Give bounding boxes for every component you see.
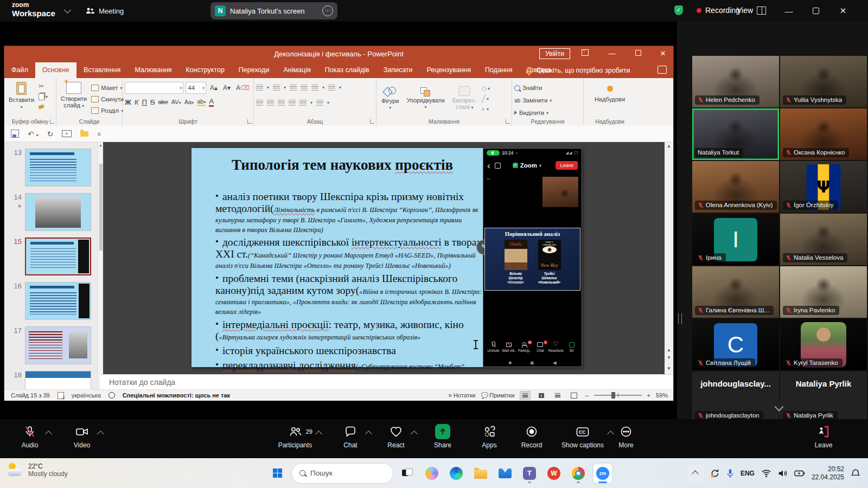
select-button[interactable]: Виділити▾ bbox=[514, 108, 581, 118]
ribbon-tab[interactable]: Вставлення bbox=[76, 62, 127, 78]
participants-button[interactable]: 29 Participants bbox=[270, 424, 320, 454]
layout-button[interactable]: Макет▾ bbox=[91, 83, 124, 93]
more-button[interactable]: More bbox=[612, 424, 640, 454]
align-right-button[interactable] bbox=[278, 100, 285, 106]
decrease-indent-button[interactable] bbox=[290, 85, 297, 91]
clipboard-dialog-launcher[interactable] bbox=[50, 119, 54, 124]
language-switcher[interactable]: ENG bbox=[741, 470, 755, 477]
numbering-button[interactable] bbox=[273, 85, 280, 91]
start-button[interactable] bbox=[267, 463, 288, 484]
ribbon-tab[interactable]: Малювання bbox=[127, 62, 178, 78]
strikethrough-button[interactable]: S bbox=[150, 98, 155, 106]
zoom-app-button[interactable]: zm bbox=[592, 463, 613, 484]
participant-tile[interactable]: Оксана Корнієнко bbox=[780, 108, 867, 160]
task-view-button[interactable] bbox=[397, 463, 418, 484]
audio-button[interactable]: Audio bbox=[12, 424, 48, 454]
quick-styles-button[interactable]: Експрес-стилі ▾ bbox=[450, 86, 480, 111]
ribbon-tab[interactable]: Файл bbox=[4, 62, 35, 78]
participant-tile[interactable]: С Світлана Лущій bbox=[692, 319, 779, 370]
view-button[interactable]: View bbox=[737, 6, 766, 15]
align-center-button[interactable] bbox=[267, 100, 274, 106]
line-spacing-button[interactable] bbox=[311, 85, 318, 91]
taskbar-search[interactable]: Пошук bbox=[291, 463, 393, 484]
teams-button[interactable]: T bbox=[519, 463, 540, 484]
ribbon-tab[interactable]: Основне bbox=[35, 62, 76, 78]
ribbon-tab[interactable]: Показ слайдів bbox=[318, 62, 376, 78]
accessibility-status[interactable]: Спеціальні можливості: щось не так bbox=[123, 392, 230, 399]
columns-button[interactable] bbox=[299, 100, 307, 106]
notification-bell-icon[interactable]: z bbox=[851, 468, 860, 478]
react-options-caret[interactable] bbox=[411, 431, 418, 438]
taskbar-clock[interactable]: 20:5222.04.2025 bbox=[812, 465, 844, 481]
zoom-percentage[interactable]: 59% bbox=[656, 392, 668, 399]
window-minimize-button[interactable]: — bbox=[781, 4, 796, 17]
arrange-button[interactable]: Упорядкувати▾ bbox=[404, 87, 447, 110]
save-button[interactable] bbox=[11, 130, 19, 138]
tab-meeting[interactable]: Meeting bbox=[86, 4, 124, 17]
hidden-icons-chevron[interactable] bbox=[687, 464, 704, 483]
highlight-color-button[interactable]: ab▾ bbox=[197, 98, 206, 106]
font-dialog-launcher[interactable] bbox=[247, 119, 252, 124]
participant-tile[interactable]: Olena Annenkova (Kyiv) bbox=[692, 161, 779, 213]
redo-button[interactable]: ↻ bbox=[47, 130, 54, 138]
panel-resize-handle[interactable] bbox=[678, 313, 682, 324]
ribbon-tab[interactable]: Конструктор bbox=[179, 62, 232, 78]
participant-tile[interactable]: Helen Pedchenko bbox=[692, 56, 779, 107]
react-button[interactable]: React bbox=[380, 424, 412, 454]
copy-button[interactable]: ▾ bbox=[39, 92, 48, 101]
slide-sorter-view-button[interactable] bbox=[536, 391, 547, 400]
chat-button[interactable]: Chat bbox=[334, 424, 367, 454]
comments-icon[interactable] bbox=[658, 66, 667, 74]
ribbon-tab[interactable]: Переходи bbox=[232, 62, 277, 78]
font-color-button[interactable]: A bbox=[209, 97, 214, 107]
slide-thumbnail[interactable]: 14★ bbox=[10, 193, 94, 231]
slide-thumbnail[interactable]: 15 bbox=[10, 237, 94, 275]
section-button[interactable]: Розділ▾ bbox=[91, 106, 124, 115]
sync-tray-icon[interactable] bbox=[710, 468, 720, 478]
ribbon-tab[interactable]: Подання bbox=[478, 62, 519, 78]
find-button[interactable]: Знайти bbox=[514, 83, 581, 93]
bold-button[interactable]: Ж bbox=[125, 98, 131, 106]
change-case-button[interactable]: Aa▾ bbox=[184, 99, 194, 105]
participant-tile[interactable]: Галина Євгенівна Ш... bbox=[692, 266, 779, 318]
share-button[interactable]: Share bbox=[426, 424, 459, 454]
notes-pane[interactable]: Нотатки до слайда bbox=[100, 374, 673, 389]
normal-view-button[interactable] bbox=[520, 391, 531, 400]
weather-widget[interactable]: 22°CMostly cloudy bbox=[8, 463, 68, 478]
comments-toggle[interactable]: 💬 bbox=[481, 392, 489, 399]
reading-view-button[interactable] bbox=[552, 391, 563, 400]
apps-button[interactable]: Apps bbox=[473, 424, 506, 454]
comments-label[interactable]: Примітки bbox=[489, 392, 514, 399]
battery-icon[interactable] bbox=[794, 469, 805, 478]
character-spacing-button[interactable]: AV▾ bbox=[171, 99, 181, 105]
text-direction-button[interactable] bbox=[328, 85, 335, 91]
leave-button[interactable]: Leave bbox=[804, 424, 843, 454]
file-explorer-button[interactable] bbox=[470, 463, 491, 484]
underline-button[interactable]: П bbox=[142, 98, 146, 106]
grow-font-button[interactable]: A▴ bbox=[208, 84, 219, 92]
ppt-close-button[interactable]: ✕ bbox=[656, 49, 670, 57]
tell-me-box[interactable]: Скажіть, що потрібно зробити bbox=[521, 62, 662, 78]
align-left-button[interactable] bbox=[256, 100, 263, 106]
participant-tile[interactable]: Nataliya Pyrlik Nataliya Pyrlik bbox=[780, 371, 867, 423]
format-painter-button[interactable] bbox=[39, 102, 48, 111]
increase-indent-button[interactable] bbox=[301, 85, 308, 91]
slide-thumbnail[interactable]: 16 bbox=[10, 282, 94, 320]
slide-body-text[interactable]: •аналіз поетики твору Шекспіра крізь при… bbox=[215, 188, 482, 384]
customize-qat-button[interactable]: ≡ bbox=[97, 131, 100, 137]
font-size-combobox[interactable]: 44 bbox=[186, 82, 206, 94]
mail-button[interactable] bbox=[495, 463, 515, 484]
font-name-combobox[interactable] bbox=[125, 82, 183, 94]
participant-tile[interactable]: Kyryl Tarasenko bbox=[780, 319, 867, 370]
replace-button[interactable]: abЗамінити▾ bbox=[514, 95, 581, 105]
shapes-button[interactable]: Фігури▾ bbox=[379, 86, 401, 111]
ribbon-display-options-icon[interactable] bbox=[578, 49, 592, 57]
justify-button[interactable] bbox=[289, 100, 296, 106]
sign-in-button[interactable]: Увійти bbox=[539, 48, 570, 59]
bullets-button[interactable] bbox=[256, 85, 263, 91]
ppt-minimize-button[interactable]: — bbox=[605, 49, 619, 57]
drawing-dialog-launcher[interactable] bbox=[506, 119, 510, 124]
participant-tile[interactable]: Natalia Vesselova bbox=[780, 214, 867, 265]
ribbon-tab[interactable]: Анімація bbox=[277, 62, 318, 78]
open-file-button[interactable] bbox=[80, 131, 88, 137]
